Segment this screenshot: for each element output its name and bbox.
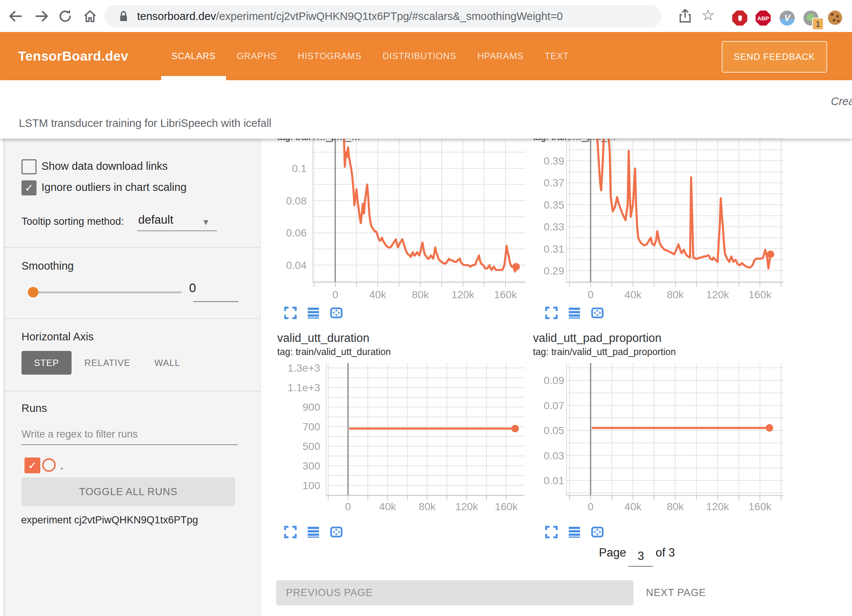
toggle-y-axis-icon[interactable] bbox=[568, 306, 581, 320]
run-checkbox[interactable]: ✓ bbox=[24, 457, 40, 473]
settings-sidebar: Show data download links ✓ Ignore outlie… bbox=[0, 139, 261, 616]
chart4-title: valid_utt_pad_proportion bbox=[533, 331, 661, 345]
ignore-outliers-label[interactable]: Ignore outliers in chart scaling bbox=[41, 181, 186, 194]
app-header: TensorBoard.dev SCALARS GRAPHS HISTOGRAM… bbox=[0, 32, 852, 80]
svg-text:1.3e+3: 1.3e+3 bbox=[288, 362, 320, 374]
extension-abp-icon[interactable]: ABP bbox=[756, 11, 771, 26]
url-domain: tensorboard.dev bbox=[137, 10, 216, 22]
chart-valid-utt-pad-proportion[interactable]: 0.090.070.050.030.01040k80k120k160k bbox=[531, 358, 795, 525]
tab-scalars[interactable]: SCALARS bbox=[171, 51, 216, 61]
toggle-y-axis-icon[interactable] bbox=[307, 306, 320, 320]
fullscreen-icon[interactable] bbox=[284, 525, 297, 539]
run-color-swatch[interactable] bbox=[42, 458, 56, 472]
tooltip-sorting-select[interactable]: default bbox=[138, 213, 173, 227]
run-regex-input[interactable]: Write a regex to filter runs bbox=[21, 428, 138, 440]
page-number-input[interactable]: 3 bbox=[628, 549, 653, 567]
svg-text:0.07: 0.07 bbox=[544, 400, 565, 412]
svg-text:1.1e+3: 1.1e+3 bbox=[288, 382, 320, 393]
tab-histograms[interactable]: HISTOGRAMS bbox=[298, 51, 362, 61]
bookmark-star-icon[interactable]: ☆ bbox=[701, 8, 717, 23]
chart-valid-utt-duration[interactable]: 1.3e+31.1e+3900700500300100040k80k120k16… bbox=[264, 358, 527, 525]
show-download-links-label[interactable]: Show data download links bbox=[41, 160, 168, 172]
axis-step-button[interactable]: STEP bbox=[21, 351, 72, 375]
url-path: /experiment/cj2vtPiwQHKN9Q1tx6PTpg/#scal… bbox=[216, 10, 563, 22]
svg-text:0.09: 0.09 bbox=[544, 375, 565, 386]
extension-v-icon[interactable]: V bbox=[780, 11, 795, 26]
svg-text:0.1: 0.1 bbox=[292, 163, 307, 174]
svg-text:0.01: 0.01 bbox=[544, 475, 565, 486]
fullscreen-icon[interactable] bbox=[545, 306, 558, 320]
svg-text:120k: 120k bbox=[706, 289, 730, 300]
ignore-outliers-checkbox[interactable]: ✓ bbox=[21, 180, 37, 195]
toggle-y-axis-icon[interactable] bbox=[568, 525, 581, 539]
toggle-all-runs-button[interactable]: TOGGLE ALL RUNS bbox=[21, 477, 235, 506]
app-logo[interactable]: TensorBoard.dev bbox=[18, 32, 128, 80]
forward-icon[interactable] bbox=[34, 8, 50, 24]
experiment-id-label: experiment cj2vtPiwQHKN9Q1tx6PTpg bbox=[21, 514, 198, 526]
chart3-actions bbox=[284, 525, 343, 539]
tab-text[interactable]: TEXT bbox=[545, 51, 569, 61]
home-icon[interactable] bbox=[82, 8, 98, 24]
svg-text:160k: 160k bbox=[494, 289, 518, 300]
previous-page-button[interactable]: PREVIOUS PAGE bbox=[276, 580, 634, 605]
show-download-links-checkbox[interactable] bbox=[21, 159, 37, 174]
url-bar[interactable]: tensorboard.dev/experiment/cj2vtPiwQHKN9… bbox=[105, 5, 661, 27]
fit-domain-icon[interactable] bbox=[591, 525, 604, 539]
fullscreen-icon[interactable] bbox=[545, 525, 558, 539]
reload-icon[interactable] bbox=[57, 8, 73, 24]
tensorboard-page: tensorboard.dev/experiment/cj2vtPiwQHKN9… bbox=[0, 0, 852, 616]
back-icon[interactable] bbox=[8, 8, 23, 24]
axis-wall-button[interactable]: WALL bbox=[154, 358, 180, 368]
svg-text:300: 300 bbox=[302, 460, 320, 472]
url-text[interactable]: tensorboard.dev/experiment/cj2vtPiwQHKN9… bbox=[137, 5, 563, 27]
divider bbox=[3, 247, 261, 248]
chevron-down-icon[interactable]: ▾ bbox=[203, 216, 208, 228]
svg-text:160k: 160k bbox=[748, 289, 772, 300]
lock-icon bbox=[117, 9, 130, 23]
nav-tabs: SCALARS GRAPHS HISTOGRAMS DISTRIBUTIONS … bbox=[171, 32, 569, 80]
chart3-tag: tag: train/valid_utt_duration bbox=[277, 346, 391, 357]
page-of-label: of 3 bbox=[655, 546, 675, 560]
fullscreen-icon[interactable] bbox=[284, 306, 297, 320]
svg-text:100: 100 bbox=[302, 480, 320, 491]
svg-text:80k: 80k bbox=[418, 501, 436, 512]
pagination: Page 3 of 3 bbox=[599, 546, 675, 563]
axis-relative-button[interactable]: RELATIVE bbox=[84, 358, 130, 368]
fit-domain-icon[interactable] bbox=[330, 525, 343, 539]
svg-text:80k: 80k bbox=[667, 289, 684, 300]
tab-hparams[interactable]: HPARAMS bbox=[477, 51, 524, 61]
extension-adblock-icon[interactable] bbox=[732, 11, 747, 26]
svg-text:0.03: 0.03 bbox=[544, 450, 565, 462]
share-icon[interactable] bbox=[677, 8, 693, 24]
svg-text:0.35: 0.35 bbox=[544, 199, 565, 211]
svg-text:0.31: 0.31 bbox=[544, 243, 565, 255]
fit-domain-icon[interactable] bbox=[330, 306, 343, 320]
svg-text:80k: 80k bbox=[412, 289, 429, 300]
extension-badge: 1 bbox=[812, 18, 824, 30]
chart1-actions bbox=[284, 306, 343, 320]
chart-train-metric-1[interactable]: 0.10.080.060.04040k80k120k160k bbox=[264, 139, 527, 304]
send-feedback-button[interactable]: SEND FEEDBACK bbox=[722, 41, 827, 73]
charts-panel: tag: train/…_p…_… tag: train/…_p…_… 0.10… bbox=[261, 139, 852, 616]
svg-text:500: 500 bbox=[302, 441, 320, 452]
tab-graphs[interactable]: GRAPHS bbox=[237, 51, 277, 61]
svg-text:160k: 160k bbox=[748, 501, 772, 512]
cookie-icon[interactable] bbox=[828, 11, 843, 26]
svg-text:40k: 40k bbox=[624, 289, 642, 300]
chart-train-metric-2[interactable]: 0.390.370.350.330.310.29040k80k120k160k bbox=[531, 139, 795, 304]
smoothing-slider-track[interactable] bbox=[33, 291, 182, 293]
clipped-right-text: Crea bbox=[831, 95, 852, 108]
run-regex-underline bbox=[21, 444, 238, 445]
toggle-y-axis-icon[interactable] bbox=[307, 525, 320, 539]
svg-text:0.29: 0.29 bbox=[544, 265, 565, 277]
smoothing-slider-knob[interactable] bbox=[28, 287, 38, 297]
tab-distributions[interactable]: DISTRIBUTIONS bbox=[383, 51, 457, 61]
run-name[interactable]: . bbox=[60, 459, 63, 472]
next-page-button[interactable]: NEXT PAGE bbox=[646, 580, 706, 605]
svg-text:80k: 80k bbox=[667, 501, 684, 512]
svg-text:0: 0 bbox=[588, 289, 594, 300]
smoothing-value[interactable]: 0 bbox=[189, 281, 196, 295]
fit-domain-icon[interactable] bbox=[591, 306, 604, 320]
page-label: Page bbox=[599, 546, 626, 560]
active-tab-underline bbox=[161, 76, 226, 80]
